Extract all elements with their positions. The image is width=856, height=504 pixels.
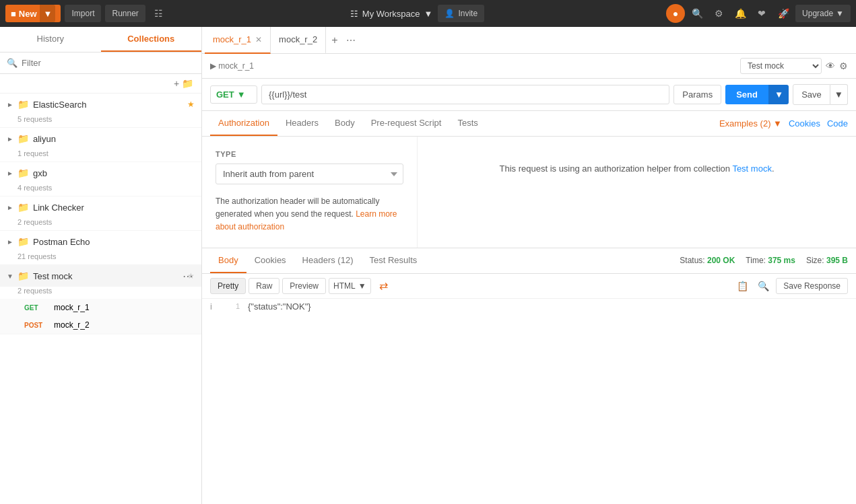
- workspace-button[interactable]: ☷ My Workspace ▼: [350, 9, 433, 19]
- type-select[interactable]: HTML ▼: [329, 278, 371, 294]
- runner-button[interactable]: Runner: [105, 5, 145, 22]
- collection-header-gxb[interactable]: ► 📁 gxb: [0, 162, 201, 184]
- collection-header-linkchecker[interactable]: ► 📁 Link Checker: [0, 196, 201, 218]
- req-tab-authorization[interactable]: Authorization: [210, 111, 277, 136]
- eye-icon-button[interactable]: 👁: [826, 61, 835, 71]
- collection-header-postmanecho[interactable]: ► 📁 Postman Echo: [0, 231, 201, 252]
- auth-note: This request is using an authorization h…: [499, 164, 774, 174]
- import-button[interactable]: Import: [65, 5, 101, 22]
- environment-select[interactable]: Test mock No Environment: [740, 58, 822, 74]
- sub-item-mock-r-1[interactable]: GET mock_r_1: [0, 299, 201, 316]
- auth-panel: TYPE Inherit auth from parent No Auth Be…: [202, 137, 856, 248]
- collection-item-gxb: ► 📁 gxb 4 requests: [0, 162, 201, 196]
- size-value: 395 B: [826, 256, 848, 265]
- cookies-link[interactable]: Cookies: [789, 118, 820, 129]
- sub-items-testmock: GET mock_r_1 POST mock_r_2: [0, 299, 201, 334]
- response-status-bar: Status: 200 OK Time: 375 ms Size: 395 B: [680, 256, 848, 265]
- upgrade-button[interactable]: Upgrade ▼: [795, 5, 851, 22]
- auth-right: This request is using an authorization h…: [418, 137, 856, 248]
- time-label: Time: 375 ms: [746, 256, 795, 265]
- req-tab-prerequest[interactable]: Pre-request Script: [363, 111, 450, 136]
- status-value: 200 OK: [707, 256, 735, 265]
- wrap-button[interactable]: ⇄: [376, 279, 391, 292]
- request-name: mock_r_1: [54, 303, 90, 312]
- type-dropdown-icon: ▼: [358, 281, 366, 291]
- type-label: TYPE: [216, 150, 403, 158]
- res-tab-cookies[interactable]: Cookies: [246, 248, 294, 273]
- main-layout: History Collections 🔍 + 📁 ► 📁 ElasticSea…: [0, 27, 856, 504]
- collection-name: ElasticSearch: [33, 100, 183, 110]
- request-tabs: Authorization Headers Body Pre-request S…: [202, 111, 856, 137]
- collection-header-elasticsearch[interactable]: ► 📁 ElasticSearch ★: [0, 94, 201, 115]
- heart-icon-btn[interactable]: ❤: [752, 4, 771, 23]
- folder-icon: 📁: [18, 236, 29, 247]
- res-tab-testresults[interactable]: Test Results: [361, 248, 425, 273]
- req-tab-body[interactable]: Body: [327, 111, 363, 136]
- search-icon-button[interactable]: 🔍: [755, 278, 772, 294]
- invite-label: Invite: [458, 9, 478, 18]
- tab-add-button[interactable]: +: [326, 34, 343, 46]
- tab-mock-r-2[interactable]: mock_r_2: [271, 27, 326, 54]
- collection-meta: 4 requests: [0, 184, 201, 196]
- chevron-right-icon: ►: [7, 135, 13, 143]
- collection-header-testmock[interactable]: ▼ 📁 Test mock ★ ⋯: [0, 265, 201, 287]
- collections-list: ► 📁 ElasticSearch ★ 5 requests ► 📁 aliyu…: [0, 94, 201, 504]
- breadcrumb-bar: ▶ mock_r_1 Test mock No Environment 👁 ⚙: [202, 54, 856, 79]
- tab-close-button[interactable]: ✕: [255, 35, 262, 44]
- star-icon: ★: [187, 100, 195, 109]
- req-tab-tests[interactable]: Tests: [449, 111, 486, 136]
- save-button[interactable]: Save: [793, 84, 830, 105]
- format-preview-button[interactable]: Preview: [282, 278, 326, 294]
- new-dropdown-arrow[interactable]: ▼: [40, 5, 56, 22]
- tab-mock-r-1[interactable]: mock_r_1 ✕: [205, 27, 271, 54]
- invite-button[interactable]: 👤 Invite: [438, 5, 484, 22]
- res-tab-headers[interactable]: Headers (12): [294, 248, 362, 273]
- request-row: GET ▼ Params Send ▼ Save ▼: [202, 79, 856, 111]
- auth-type-select[interactable]: Inherit auth from parent No Auth Bearer …: [216, 164, 403, 184]
- tabs-bar: mock_r_1 ✕ mock_r_2 + ⋯: [202, 27, 856, 54]
- format-raw-button[interactable]: Raw: [249, 278, 279, 294]
- auth-collection-link[interactable]: Test mock: [732, 164, 772, 174]
- more-options-button[interactable]: ⋯: [180, 270, 196, 283]
- copy-icon-button[interactable]: 📋: [734, 278, 751, 294]
- sidebar-search: 🔍: [0, 52, 201, 74]
- breadcrumb-item: ▶ mock_r_1: [210, 61, 254, 71]
- method-label: GET: [216, 89, 234, 100]
- save-dropdown-button[interactable]: ▼: [830, 84, 848, 105]
- response-header: Body Cookies Headers (12) Test Results S…: [202, 248, 856, 274]
- format-pretty-button[interactable]: Pretty: [210, 278, 246, 294]
- auth-learn-more-link[interactable]: Learn more about authorization: [216, 209, 397, 231]
- grid-icon: ☷: [350, 9, 358, 19]
- collection-item-postmanecho: ► 📁 Postman Echo 21 requests: [0, 231, 201, 265]
- send-button[interactable]: Send: [725, 85, 768, 104]
- tab-label: mock_r_2: [279, 34, 317, 44]
- add-collection-button[interactable]: + 📁: [171, 77, 196, 90]
- sub-item-mock-r-2[interactable]: POST mock_r_2: [0, 316, 201, 334]
- new-button[interactable]: ■ New ▼: [5, 5, 61, 22]
- settings-icon-button[interactable]: ⚙: [839, 61, 848, 71]
- method-select[interactable]: GET ▼: [210, 85, 257, 104]
- res-tab-body[interactable]: Body: [210, 248, 246, 273]
- collection-header-aliyun[interactable]: ► 📁 aliyun: [0, 128, 201, 149]
- save-response-button[interactable]: Save Response: [776, 278, 848, 294]
- settings-icon-btn[interactable]: ⚙: [709, 4, 728, 23]
- method-badge-get: GET: [24, 304, 48, 312]
- send-dropdown-button[interactable]: ▼: [768, 85, 789, 104]
- layout-icon[interactable]: ☷: [150, 4, 168, 23]
- search-input[interactable]: [22, 58, 195, 68]
- examples-link[interactable]: Examples (2) ▼: [719, 118, 782, 129]
- upgrade-dropdown-icon: ▼: [836, 9, 844, 18]
- sidebar-tabs: History Collections: [0, 27, 201, 52]
- url-input[interactable]: [261, 85, 669, 104]
- folder-icon: 📁: [18, 202, 29, 213]
- req-tab-headers[interactable]: Headers: [277, 111, 327, 136]
- rocket-icon-btn[interactable]: 🚀: [774, 4, 793, 23]
- search-icon-btn[interactable]: 🔍: [688, 4, 706, 23]
- params-button[interactable]: Params: [673, 85, 721, 104]
- notifications-icon-btn[interactable]: 🔔: [731, 4, 750, 23]
- tab-more-button[interactable]: ⋯: [343, 35, 358, 46]
- tab-history[interactable]: History: [0, 27, 101, 52]
- tab-collections[interactable]: Collections: [101, 27, 202, 52]
- code-link[interactable]: Code: [827, 118, 848, 129]
- plus-icon: ■: [11, 9, 16, 19]
